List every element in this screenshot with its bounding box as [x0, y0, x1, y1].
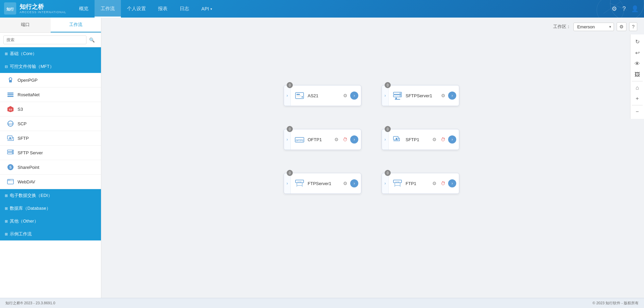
- nav-item-workflow[interactable]: 工作流: [95, 0, 121, 18]
- node-as21: 0 › AS21 ⚙ ›: [284, 85, 361, 106]
- svg-text:FTP: FTP: [395, 181, 399, 183]
- node-sftpserver1-icon: [392, 90, 403, 101]
- section-expand-icon-mft: ⊟: [5, 65, 8, 69]
- sidebar-item-sharepoint[interactable]: S SharePoint: [0, 160, 101, 175]
- node-ftp1-timer[interactable]: ⏱: [439, 180, 447, 187]
- sidebar-item-webdav[interactable]: WebDAV: [0, 175, 101, 189]
- node-ftp1-expand[interactable]: ›: [382, 173, 389, 194]
- section-database[interactable]: ⊞ 数据库（Database）: [0, 202, 101, 215]
- search-input[interactable]: [3, 35, 86, 44]
- node-as21-counter: 0: [287, 82, 293, 88]
- node-sftp1-timer[interactable]: ⏱: [439, 136, 447, 143]
- node-ftpserver1-counter: 0: [287, 170, 293, 176]
- openpgp-icon: [7, 76, 14, 84]
- node-as21-go[interactable]: ›: [350, 92, 358, 100]
- workspace-help-icon: ?: [632, 24, 635, 29]
- svg-rect-35: [396, 138, 397, 140]
- node-sftpserver1-body: SFTPServer1: [389, 87, 440, 104]
- node-ftpserver1-expand[interactable]: ›: [284, 173, 291, 194]
- zoom-out-button[interactable]: −: [632, 107, 643, 117]
- workspace-help-button[interactable]: ?: [629, 22, 637, 31]
- node-sftp1-counter: 0: [385, 126, 391, 132]
- node-sftpserver1-actions: ⚙ ›: [440, 92, 459, 100]
- sidebar-item-sftp[interactable]: SFTP: [0, 131, 101, 146]
- node-sftp1-settings[interactable]: ⚙: [431, 136, 438, 143]
- sidebar-item-scp[interactable]: SCP SCP: [0, 117, 101, 131]
- node-ftpserver1-settings[interactable]: ⚙: [342, 180, 349, 187]
- sftpserver-icon: [7, 149, 14, 156]
- workspace-label: 工作区：: [553, 24, 571, 30]
- svg-rect-6: [7, 96, 14, 97]
- sftp-icon: [7, 134, 14, 142]
- undo-button[interactable]: ↩: [632, 48, 643, 58]
- node-ftpserver1-go[interactable]: ›: [350, 179, 358, 187]
- nav-item-api[interactable]: API ▾: [195, 0, 218, 18]
- nav-item-personal-settings[interactable]: 个人设置: [121, 0, 152, 18]
- node-sftpserver1-label: SFTPServer1: [406, 93, 436, 98]
- sidebar-item-openpgp[interactable]: OpenPGP: [0, 73, 101, 87]
- svg-rect-24: [297, 96, 301, 96]
- screenshot-button[interactable]: 🖼: [632, 70, 643, 80]
- right-toolbar: ↻ ↩ 👁 🖼 ⌂ + −: [630, 34, 644, 119]
- node-oftp1-timer[interactable]: ⏱: [341, 136, 349, 143]
- node-as21-settings[interactable]: ⚙: [342, 92, 349, 99]
- section-edi[interactable]: ⊞ 电子数据交换（EDI）: [0, 189, 101, 202]
- home-button[interactable]: ⌂: [632, 83, 643, 93]
- logo-main-text: 知行之桥: [20, 3, 44, 10]
- node-sftp1-body: SFTP1: [389, 131, 431, 148]
- node-oftp1-expand[interactable]: ›: [284, 129, 291, 150]
- node-sftpserver1-settings[interactable]: ⚙: [440, 92, 447, 99]
- section-example[interactable]: ⊞ 示例工作流: [0, 228, 101, 240]
- sidebar-item-sftp-server[interactable]: SFTP Server: [0, 146, 101, 160]
- node-sftp1-expand[interactable]: ›: [382, 129, 389, 150]
- svg-point-15: [12, 150, 13, 151]
- workspace: 工作区： Emerson ⚙ ? 0 ›: [101, 18, 644, 298]
- user-icon[interactable]: 👤: [631, 5, 639, 12]
- svg-point-29: [400, 96, 401, 97]
- view-button[interactable]: 👁: [632, 59, 643, 69]
- nav-item-logs[interactable]: 日志: [174, 0, 195, 18]
- node-oftp1-go[interactable]: ›: [350, 135, 358, 144]
- nav-item-overview[interactable]: 概览: [73, 0, 95, 18]
- tab-workflow[interactable]: 工作流: [51, 18, 101, 32]
- node-as21-body: AS21: [291, 87, 342, 104]
- node-ftp1-actions: ⚙ ⏱ ›: [431, 179, 459, 187]
- search-button[interactable]: 🔍: [86, 36, 98, 44]
- settings-icon[interactable]: ⚙: [612, 5, 617, 12]
- tab-ports[interactable]: 端口: [0, 18, 51, 32]
- node-sftpserver1-counter: 0: [385, 82, 391, 88]
- footer: 知行之桥® 2023 - 23.3.8691.0 © 2023 知行软件 - 版…: [0, 298, 644, 308]
- workspace-settings-button[interactable]: ⚙: [617, 22, 626, 31]
- section-other[interactable]: ⊞ 其他（Other）: [0, 215, 101, 228]
- svg-text:知行: 知行: [6, 7, 14, 11]
- node-ftp1-settings[interactable]: ⚙: [431, 180, 438, 187]
- svg-point-21: [9, 180, 10, 180]
- node-sftpserver1-go[interactable]: ›: [448, 92, 456, 100]
- node-oftp1-settings[interactable]: ⚙: [333, 136, 340, 143]
- node-ftp1-go[interactable]: ›: [448, 179, 456, 187]
- scp-icon: SCP: [7, 120, 14, 127]
- node-sftp1-label: SFTP1: [406, 137, 428, 142]
- sidebar-item-s3[interactable]: S3 S3: [0, 102, 101, 117]
- home-icon: ⌂: [636, 85, 639, 91]
- zoom-in-button[interactable]: +: [632, 94, 643, 104]
- section-core[interactable]: ⊞ 基础（Core）: [0, 47, 101, 60]
- svg-rect-31: [395, 99, 400, 100]
- svg-point-16: [12, 153, 13, 154]
- node-ftp1-counter: 0: [385, 170, 391, 176]
- svg-text:FTP: FTP: [298, 181, 301, 183]
- sidebar-item-rosettanet[interactable]: RosettaNet: [0, 87, 101, 102]
- workspace-select[interactable]: Emerson: [573, 23, 614, 31]
- refresh-button[interactable]: ↻: [632, 36, 643, 47]
- node-sftp1-go[interactable]: ›: [448, 135, 456, 144]
- section-example-icon: ⊞: [5, 232, 8, 236]
- help-icon[interactable]: ?: [622, 5, 626, 12]
- node-sftpserver1-expand[interactable]: ›: [382, 85, 389, 106]
- flow-canvas: 0 › AS21 ⚙ ›: [101, 18, 644, 298]
- node-oftp1-body: OFTP2 OFTP1: [291, 131, 333, 148]
- toolbar-divider-2: [632, 105, 643, 105]
- workspace-select-wrap: Emerson: [573, 23, 614, 31]
- node-as21-expand[interactable]: ›: [284, 85, 291, 106]
- nav-item-reports[interactable]: 报表: [152, 0, 174, 18]
- section-mft[interactable]: ⊟ 可控文件传输（MFT）: [0, 60, 101, 73]
